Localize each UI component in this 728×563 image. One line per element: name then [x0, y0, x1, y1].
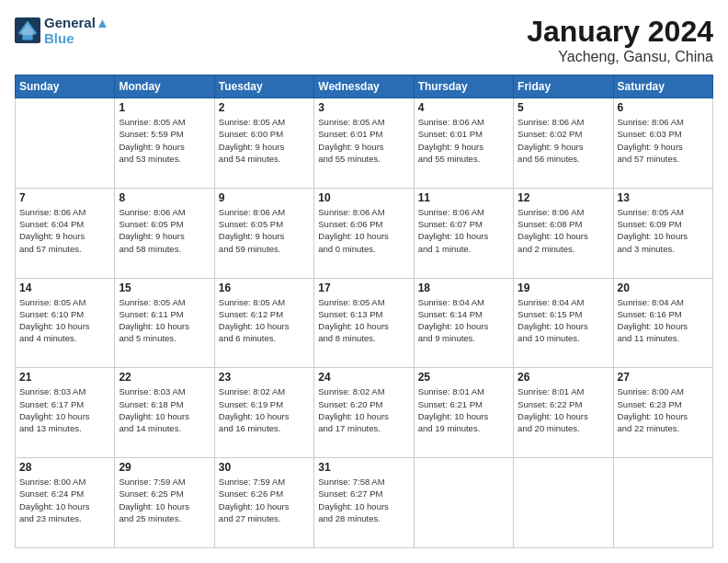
day-number: 14 — [19, 282, 110, 294]
day-number: 12 — [518, 191, 609, 204]
month-title: January 2024 — [527, 15, 713, 49]
day-info: Sunrise: 8:01 AM Sunset: 6:22 PM Dayligh… — [518, 385, 609, 434]
weekday-header-tuesday: Tuesday — [214, 75, 313, 98]
day-info: Sunrise: 8:05 AM Sunset: 6:12 PM Dayligh… — [219, 296, 310, 345]
week-row-1: 1Sunrise: 8:05 AM Sunset: 5:59 PM Daylig… — [16, 98, 713, 189]
weekday-header-saturday: Saturday — [613, 75, 712, 98]
day-info: Sunrise: 8:05 AM Sunset: 5:59 PM Dayligh… — [119, 116, 210, 165]
day-number: 28 — [19, 461, 110, 474]
day-info: Sunrise: 8:06 AM Sunset: 6:08 PM Dayligh… — [518, 206, 609, 255]
weekday-header-monday: Monday — [115, 75, 214, 98]
day-info: Sunrise: 8:06 AM Sunset: 6:03 PM Dayligh… — [618, 116, 709, 165]
day-number: 21 — [19, 371, 110, 384]
title-block: January 2024 Yacheng, Gansu, China — [527, 15, 713, 65]
day-info: Sunrise: 7:58 AM Sunset: 6:27 PM Dayligh… — [318, 476, 409, 524]
day-info: Sunrise: 8:05 AM Sunset: 6:09 PM Dayligh… — [618, 206, 709, 255]
calendar-cell: 2Sunrise: 8:05 AM Sunset: 6:00 PM Daylig… — [214, 98, 313, 189]
day-number: 17 — [318, 282, 409, 294]
day-info: Sunrise: 8:04 AM Sunset: 6:15 PM Dayligh… — [518, 296, 609, 345]
day-info: Sunrise: 8:03 AM Sunset: 6:18 PM Dayligh… — [119, 385, 210, 434]
day-info: Sunrise: 8:00 AM Sunset: 6:24 PM Dayligh… — [19, 476, 110, 524]
day-number: 8 — [119, 191, 210, 204]
day-info: Sunrise: 8:05 AM Sunset: 6:10 PM Dayligh… — [19, 296, 110, 345]
calendar-cell: 14Sunrise: 8:05 AM Sunset: 6:10 PM Dayli… — [16, 278, 115, 368]
calendar-cell: 6Sunrise: 8:06 AM Sunset: 6:03 PM Daylig… — [613, 98, 712, 189]
calendar-cell — [16, 98, 115, 189]
calendar-cell: 20Sunrise: 8:04 AM Sunset: 6:16 PM Dayli… — [613, 278, 712, 368]
day-info: Sunrise: 7:59 AM Sunset: 6:26 PM Dayligh… — [219, 476, 310, 524]
day-number: 3 — [318, 101, 409, 114]
week-row-4: 21Sunrise: 8:03 AM Sunset: 6:17 PM Dayli… — [16, 368, 713, 458]
day-number: 29 — [119, 461, 210, 474]
day-number: 30 — [219, 461, 310, 474]
day-number: 16 — [219, 282, 310, 294]
page: General▲ Blue January 2024 Yacheng, Gans… — [0, 0, 728, 563]
calendar-cell: 28Sunrise: 8:00 AM Sunset: 6:24 PM Dayli… — [16, 458, 115, 548]
calendar-cell: 7Sunrise: 8:06 AM Sunset: 6:04 PM Daylig… — [16, 188, 115, 278]
day-info: Sunrise: 8:05 AM Sunset: 6:13 PM Dayligh… — [318, 296, 409, 345]
calendar-cell: 24Sunrise: 8:02 AM Sunset: 6:20 PM Dayli… — [314, 368, 414, 458]
calendar-cell: 11Sunrise: 8:06 AM Sunset: 6:07 PM Dayli… — [414, 188, 513, 278]
day-number: 9 — [219, 191, 310, 204]
calendar-cell — [613, 458, 712, 548]
day-number: 25 — [418, 371, 509, 384]
calendar-cell: 21Sunrise: 8:03 AM Sunset: 6:17 PM Dayli… — [16, 368, 115, 458]
day-number: 7 — [19, 191, 110, 204]
day-number: 19 — [518, 282, 609, 294]
calendar-cell: 5Sunrise: 8:06 AM Sunset: 6:02 PM Daylig… — [514, 98, 613, 189]
calendar-cell — [514, 458, 613, 548]
day-info: Sunrise: 8:06 AM Sunset: 6:04 PM Dayligh… — [19, 206, 110, 255]
calendar-cell: 13Sunrise: 8:05 AM Sunset: 6:09 PM Dayli… — [613, 188, 712, 278]
weekday-header-row: SundayMondayTuesdayWednesdayThursdayFrid… — [16, 75, 713, 98]
weekday-header-friday: Friday — [514, 75, 613, 98]
day-number: 5 — [518, 101, 609, 114]
logo-icon — [15, 17, 40, 43]
day-number: 6 — [618, 101, 709, 114]
day-number: 2 — [219, 101, 310, 114]
day-info: Sunrise: 8:02 AM Sunset: 6:19 PM Dayligh… — [219, 385, 310, 434]
calendar-cell: 25Sunrise: 8:01 AM Sunset: 6:21 PM Dayli… — [414, 368, 513, 458]
calendar-table: SundayMondayTuesdayWednesdayThursdayFrid… — [15, 75, 713, 548]
day-info: Sunrise: 8:05 AM Sunset: 6:00 PM Dayligh… — [219, 116, 310, 165]
day-info: Sunrise: 8:00 AM Sunset: 6:23 PM Dayligh… — [618, 385, 709, 434]
day-info: Sunrise: 8:05 AM Sunset: 6:11 PM Dayligh… — [119, 296, 210, 345]
location: Yacheng, Gansu, China — [527, 49, 713, 65]
day-number: 23 — [219, 371, 310, 384]
day-info: Sunrise: 8:04 AM Sunset: 6:14 PM Dayligh… — [418, 296, 509, 345]
day-number: 4 — [418, 101, 509, 114]
calendar-cell: 19Sunrise: 8:04 AM Sunset: 6:15 PM Dayli… — [514, 278, 613, 368]
week-row-2: 7Sunrise: 8:06 AM Sunset: 6:04 PM Daylig… — [16, 188, 713, 278]
logo-text: General▲ Blue — [44, 15, 109, 46]
day-number: 22 — [119, 371, 210, 384]
weekday-header-thursday: Thursday — [414, 75, 513, 98]
calendar-cell — [414, 458, 513, 548]
day-number: 11 — [418, 191, 509, 204]
day-info: Sunrise: 8:05 AM Sunset: 6:01 PM Dayligh… — [318, 116, 409, 165]
day-info: Sunrise: 8:06 AM Sunset: 6:06 PM Dayligh… — [318, 206, 409, 255]
calendar-cell: 10Sunrise: 8:06 AM Sunset: 6:06 PM Dayli… — [314, 188, 414, 278]
calendar-cell: 22Sunrise: 8:03 AM Sunset: 6:18 PM Dayli… — [115, 368, 214, 458]
day-info: Sunrise: 8:02 AM Sunset: 6:20 PM Dayligh… — [318, 385, 409, 434]
day-info: Sunrise: 8:06 AM Sunset: 6:01 PM Dayligh… — [418, 116, 509, 165]
week-row-3: 14Sunrise: 8:05 AM Sunset: 6:10 PM Dayli… — [16, 278, 713, 368]
calendar-cell: 16Sunrise: 8:05 AM Sunset: 6:12 PM Dayli… — [214, 278, 313, 368]
day-number: 24 — [318, 371, 409, 384]
day-number: 1 — [119, 101, 210, 114]
calendar-cell: 3Sunrise: 8:05 AM Sunset: 6:01 PM Daylig… — [314, 98, 414, 189]
calendar-cell: 15Sunrise: 8:05 AM Sunset: 6:11 PM Dayli… — [115, 278, 214, 368]
day-info: Sunrise: 8:06 AM Sunset: 6:07 PM Dayligh… — [418, 206, 509, 255]
calendar-cell: 23Sunrise: 8:02 AM Sunset: 6:19 PM Dayli… — [214, 368, 313, 458]
weekday-header-wednesday: Wednesday — [314, 75, 414, 98]
logo: General▲ Blue — [15, 15, 109, 46]
day-number: 10 — [318, 191, 409, 204]
calendar-cell: 9Sunrise: 8:06 AM Sunset: 6:05 PM Daylig… — [214, 188, 313, 278]
calendar-cell: 12Sunrise: 8:06 AM Sunset: 6:08 PM Dayli… — [514, 188, 613, 278]
calendar-cell: 30Sunrise: 7:59 AM Sunset: 6:26 PM Dayli… — [214, 458, 313, 548]
day-info: Sunrise: 8:06 AM Sunset: 6:05 PM Dayligh… — [219, 206, 310, 255]
day-info: Sunrise: 7:59 AM Sunset: 6:25 PM Dayligh… — [119, 476, 210, 524]
calendar-cell: 26Sunrise: 8:01 AM Sunset: 6:22 PM Dayli… — [514, 368, 613, 458]
day-number: 20 — [618, 282, 709, 294]
day-info: Sunrise: 8:03 AM Sunset: 6:17 PM Dayligh… — [19, 385, 110, 434]
day-number: 26 — [518, 371, 609, 384]
calendar-cell: 27Sunrise: 8:00 AM Sunset: 6:23 PM Dayli… — [613, 368, 712, 458]
